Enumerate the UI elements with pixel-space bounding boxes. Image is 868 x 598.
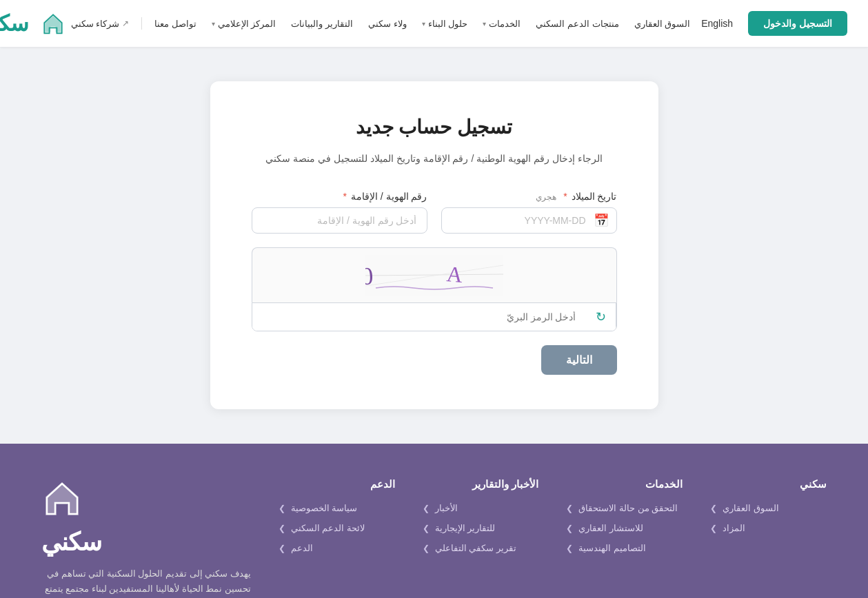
arrow-icon: ❯ [423, 504, 430, 513]
dob-group: تاريخ الميلاد * هجري 📅 [441, 191, 617, 234]
chevron-icon: ▾ [422, 20, 425, 28]
captcha-input-row: ↻ [252, 302, 617, 331]
footer-col-sakani: سكني السوق العقاري ❯ المزاد ❯ [710, 478, 827, 598]
footer-col-title-sakani: سكني [710, 478, 827, 491]
header-left: التسجيل والدخول English [696, 11, 847, 36]
footer-link-realestate-consult[interactable]: للاستشار العقاري ❯ [566, 523, 683, 533]
footer-grid: سكني السوق العقاري ❯ المزاد ❯ الخدمات ال… [41, 478, 827, 598]
chevron-icon: ▾ [212, 20, 215, 28]
footer-col-support: الدعم سياسة الخصوصية ❯ لائحة الدعم السكن… [279, 478, 395, 598]
language-button[interactable]: English [696, 15, 738, 32]
header: التسجيل والدخول English ↗ شركاء سكني توا… [0, 0, 868, 47]
footer-link-housing-support[interactable]: لائحة الدعم السكني ❯ [279, 523, 395, 533]
submit-button[interactable]: التالية [541, 345, 617, 375]
dob-input[interactable] [441, 207, 617, 234]
id-required: * [343, 191, 347, 202]
arrow-icon: ❯ [279, 524, 285, 533]
footer-link-news[interactable]: الأخبار ❯ [423, 503, 539, 513]
id-label: رقم الهوية / الإقامة * [252, 191, 427, 202]
form-row-id-dob: تاريخ الميلاد * هجري 📅 رقم الهوية / الإق… [252, 191, 617, 234]
footer-link-engineering[interactable]: التصاميم الهندسية ❯ [566, 543, 683, 553]
dob-label: تاريخ الميلاد * هجري [441, 191, 617, 202]
arrow-icon: ❯ [423, 524, 430, 533]
captcha-input[interactable] [252, 303, 586, 331]
nav-item-market[interactable]: السوق العقاري [629, 16, 696, 32]
dob-hint: هجري [536, 192, 556, 202]
arrow-icon: ❯ [423, 544, 430, 553]
nav-item-loyalty[interactable]: ولاء سكني [363, 16, 412, 32]
svg-text:A: A [445, 261, 463, 287]
arrow-icon: ❯ [279, 504, 285, 513]
register-button[interactable]: التسجيل والدخول [748, 11, 847, 36]
nav-separator [141, 17, 142, 30]
footer-link-privacy[interactable]: سياسة الخصوصية ❯ [279, 503, 395, 513]
footer-link-rental[interactable]: للتقارير الإيجارية ❯ [423, 523, 539, 533]
captcha-svg: 370 A [365, 255, 503, 296]
footer-sakani-icon [41, 478, 83, 519]
arrow-icon: ❯ [710, 504, 717, 513]
footer-logo-icon [41, 478, 83, 522]
refresh-icon: ↻ [596, 309, 606, 324]
form-title: تسجيل حساب جديد [252, 116, 617, 138]
nav-item-media[interactable]: المركز الإعلامي ▾ [206, 16, 282, 32]
form-subtitle: الرجاء إدخال رقم الهوية الوطنية / رقم ال… [252, 151, 617, 166]
footer-col-title-support: الدعم [279, 478, 395, 491]
footer-description: يهدف سكني إلى تقديم الحلول السكنية التي … [41, 566, 251, 598]
captcha-image: 370 A [252, 247, 617, 302]
sakani-logo-text: سكني [0, 10, 28, 37]
footer-col-title-news: الأخبار والتقارير [423, 478, 539, 491]
registration-form-card: تسجيل حساب جديد الرجاء إدخال رقم الهوية … [210, 81, 658, 409]
external-link-icon: ↗ [122, 19, 129, 28]
nav-item-building[interactable]: حلول البناء ▾ [416, 16, 474, 32]
footer-link-eligibility[interactable]: التحقق من حالة الاستحقاق ❯ [566, 503, 683, 513]
arrow-icon: ❯ [566, 524, 573, 533]
main-content: تسجيل حساب جديد الرجاء إدخال رقم الهوية … [0, 47, 868, 444]
footer-logo-text: سكني [41, 528, 101, 557]
captcha-group: 370 A ↻ [252, 247, 617, 331]
form-actions: التالية [252, 345, 617, 375]
arrow-icon: ❯ [710, 524, 717, 533]
footer-col-services: الخدمات التحقق من حالة الاستحقاق ❯ للاست… [566, 478, 683, 598]
id-group: رقم الهوية / الإقامة * [252, 191, 427, 234]
chevron-icon: ▾ [483, 20, 486, 28]
header-right: سكني [0, 10, 65, 37]
arrow-icon: ❯ [279, 544, 285, 553]
arrow-icon: ❯ [566, 504, 573, 513]
nav-item-support[interactable]: منتجات الدعم السكني [530, 16, 624, 32]
footer-link-auction[interactable]: المزاد ❯ [710, 523, 827, 533]
nav-item-reports[interactable]: التقارير والبيانات [285, 16, 359, 32]
footer-link-market[interactable]: السوق العقاري ❯ [710, 503, 827, 513]
footer-link-report[interactable]: تقرير سكفي التفاعلي ❯ [423, 543, 539, 553]
nav-item-services[interactable]: الخدمات ▾ [477, 16, 526, 32]
footer-col-news: الأخبار والتقارير الأخبار ❯ للتقارير الإ… [423, 478, 539, 598]
sakani-logo-icon [41, 11, 65, 36]
captcha-refresh-button[interactable]: ↻ [586, 303, 616, 331]
dob-required: * [563, 191, 567, 202]
footer-logo-col: سكني يهدف سكني إلى تقديم الحلول السكنية … [41, 478, 251, 598]
footer: سكني السوق العقاري ❯ المزاد ❯ الخدمات ال… [0, 444, 868, 598]
footer-link-support[interactable]: الدعم ❯ [279, 543, 395, 553]
nav-item-partners[interactable]: ↗ شركاء سكني [65, 16, 135, 32]
dob-input-wrapper: 📅 [441, 207, 617, 234]
nav-item-contact[interactable]: تواصل معنا [149, 16, 202, 32]
id-input[interactable] [252, 207, 427, 234]
arrow-icon: ❯ [566, 544, 573, 553]
main-nav: ↗ شركاء سكني تواصل معنا المركز الإعلامي … [65, 16, 696, 32]
footer-col-title-services: الخدمات [566, 478, 683, 491]
